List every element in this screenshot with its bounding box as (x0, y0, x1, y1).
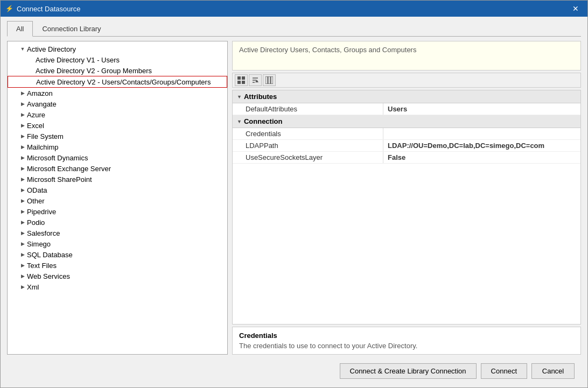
tree-item-label: Microsoft Exchange Server (27, 165, 225, 173)
main-area: ▼ Active Directory ▶ Active Directory V1… (7, 41, 581, 355)
tree-item-microsoft-exchange[interactable]: ▶ Microsoft Exchange Server (8, 163, 227, 174)
connection-section-header[interactable]: ▼ Connection (233, 115, 580, 128)
tree-item-podio[interactable]: ▶ Podio (8, 217, 227, 228)
expander-icon: ▶ (18, 89, 27, 97)
tree-item-ad-v2-users[interactable]: ▶ Active Directory V2 - Users/Contacts/G… (8, 76, 227, 88)
prop-row-credentials[interactable]: Credentials (233, 128, 580, 140)
expander-placeholder: ▶ (27, 77, 36, 86)
expander-icon: ▶ (18, 175, 27, 184)
tree-item-label: Other (27, 197, 225, 205)
svg-rect-9 (268, 76, 270, 84)
svg-rect-0 (237, 76, 241, 80)
svg-rect-2 (237, 81, 241, 84)
tree-item-text-files[interactable]: ▶ Text Files (8, 260, 227, 271)
tree-item-mailchimp[interactable]: ▶ Mailchimp (8, 142, 227, 152)
prop-value-ldappath: LDAP://OU=Demo,DC=lab,DC=simego,DC=com (383, 140, 580, 151)
tree-item-label: Salesforce (27, 229, 225, 237)
tree-item-excel[interactable]: ▶ Excel (8, 120, 227, 131)
tree-item-simego[interactable]: ▶ Simego (8, 238, 227, 249)
tree-item-xml[interactable]: ▶ Xml (8, 281, 227, 292)
expander-icon: ▶ (18, 261, 27, 270)
prop-row-defaultattributes[interactable]: DefaultAttributes Users (233, 103, 580, 115)
connect-button[interactable]: Connect (481, 363, 527, 379)
properties-panel[interactable]: ▼ Attributes DefaultAttributes Users ▼ C… (232, 90, 581, 324)
sort-button[interactable] (249, 74, 262, 86)
connection-expander-icon: ▼ (237, 119, 242, 124)
close-button[interactable]: ✕ (568, 3, 583, 15)
prop-value-usesecure: False (383, 152, 580, 163)
cancel-button[interactable]: Cancel (531, 363, 575, 379)
credentials-info-panel: Credentials The credentials to use to co… (232, 327, 581, 355)
tree-item-label: Podio (27, 218, 225, 227)
tree-item-file-system[interactable]: ▶ File System (8, 131, 227, 142)
expander-icon: ▶ (18, 239, 27, 248)
toolbar-strip (232, 73, 581, 88)
expander-icon: ▶ (18, 143, 27, 151)
tree-item-label: Simego (27, 240, 225, 248)
tree-item-label: Active Directory V2 - Group Members (36, 67, 225, 75)
columns-button[interactable] (263, 74, 276, 86)
tree-item-odata[interactable]: ▶ OData (8, 185, 227, 195)
tree-item-active-directory[interactable]: ▼ Active Directory (8, 44, 227, 54)
tree-item-pipedrive[interactable]: ▶ Pipedrive (8, 206, 227, 217)
svg-rect-3 (242, 81, 245, 84)
tree-item-salesforce[interactable]: ▶ Salesforce (8, 228, 227, 238)
prop-row-usesecure[interactable]: UseSecureSocketsLayer False (233, 152, 580, 164)
expander-placeholder: ▶ (27, 55, 36, 64)
attributes-expander-icon: ▼ (237, 94, 242, 100)
tree-panel[interactable]: ▼ Active Directory ▶ Active Directory V1… (7, 41, 228, 355)
tree-item-label: SQL Database (27, 251, 225, 259)
svg-rect-8 (265, 76, 268, 84)
tree-item-label: Pipedrive (27, 208, 225, 216)
attributes-section-header[interactable]: ▼ Attributes (233, 90, 580, 103)
description-box: Active Directory Users, Contacts, Groups… (232, 41, 581, 70)
connect-create-library-button[interactable]: Connect & Create Library Connection (340, 363, 477, 379)
expander-icon: ▶ (18, 196, 27, 205)
expander-icon: ▶ (18, 283, 27, 291)
tree-item-microsoft-dynamics[interactable]: ▶ Microsoft Dynamics (8, 152, 227, 163)
window-title: Connect Datasource (17, 5, 81, 13)
right-panel: Active Directory Users, Contacts, Groups… (232, 41, 581, 355)
tree-item-label: File System (27, 132, 225, 140)
tree-item-avangate[interactable]: ▶ Avangate (8, 98, 227, 109)
expander-icon: ▶ (18, 218, 27, 227)
credentials-panel-description: The credentials to use to connect to you… (239, 342, 574, 350)
tree-item-label: Active Directory V2 - Users/Contacts/Gro… (36, 78, 225, 86)
prop-row-ldappath[interactable]: LDAPPath LDAP://OU=Demo,DC=lab,DC=simego… (233, 140, 580, 152)
grid-view-button[interactable] (235, 74, 248, 86)
tree-item-web-services[interactable]: ▶ Web Services (8, 271, 227, 281)
tree-item-ad-v2-group[interactable]: ▶ Active Directory V2 - Group Members (8, 65, 227, 76)
tab-all[interactable]: All (7, 21, 33, 37)
svg-rect-1 (242, 76, 245, 80)
tree-item-microsoft-sharepoint[interactable]: ▶ Microsoft SharePoint (8, 174, 227, 185)
expander-icon: ▶ (18, 132, 27, 140)
tree-item-amazon[interactable]: ▶ Amazon (8, 88, 227, 98)
expander-icon: ▶ (18, 110, 27, 119)
footer: Connect & Create Library Connection Conn… (7, 359, 581, 383)
expander-icon: ▶ (18, 186, 27, 194)
prop-value-defaultattributes: Users (383, 103, 580, 115)
tree-item-other[interactable]: ▶ Other (8, 195, 227, 206)
app-icon: ⚡ (5, 4, 13, 13)
titlebar-left: ⚡ Connect Datasource (5, 4, 81, 13)
tree-item-label: Text Files (27, 262, 225, 270)
connection-section-label: Connection (244, 117, 283, 125)
tab-connection-library[interactable]: Connection Library (33, 21, 110, 36)
prop-name-credentials: Credentials (233, 128, 383, 139)
svg-rect-10 (271, 76, 273, 84)
expander-icon: ▶ (18, 207, 27, 216)
main-window: ⚡ Connect Datasource ✕ All Connection Li… (0, 0, 588, 388)
expander-icon: ▶ (18, 272, 27, 280)
prop-value-credentials (383, 128, 580, 139)
tree-item-sql-database[interactable]: ▶ SQL Database (8, 249, 227, 260)
tree-item-label: Azure (27, 111, 225, 119)
tree-item-label: Web Services (27, 272, 225, 280)
tree-item-ad-v1-users[interactable]: ▶ Active Directory V1 - Users (8, 54, 227, 65)
tree-item-label: OData (27, 186, 225, 194)
tree-item-label: Active Directory (27, 45, 225, 53)
credentials-panel-title: Credentials (239, 331, 574, 340)
tree-item-label: Mailchimp (27, 143, 225, 151)
tree-item-label: Active Directory V1 - Users (36, 56, 225, 64)
tree-item-azure[interactable]: ▶ Azure (8, 109, 227, 120)
tree-item-label: Xml (27, 283, 225, 291)
